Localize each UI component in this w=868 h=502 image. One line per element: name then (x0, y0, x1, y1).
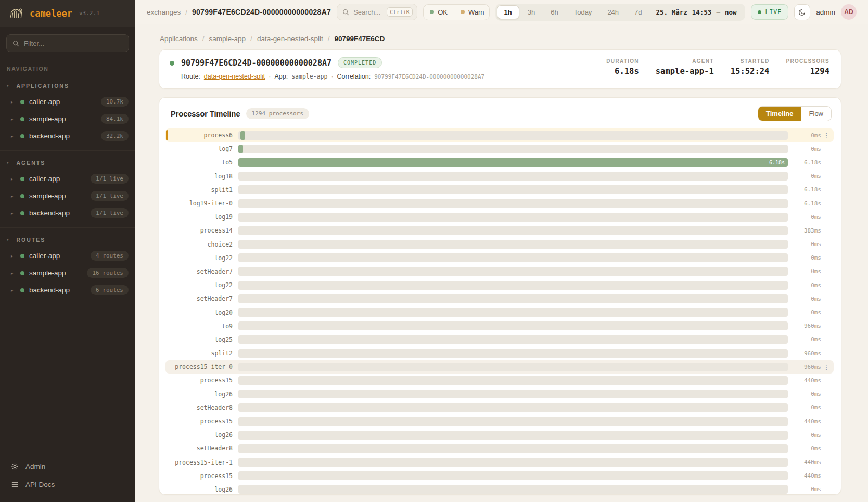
status-filter-group: OK Warn Error (423, 4, 489, 20)
sidebar-item-api-docs[interactable]: API Docs (0, 475, 135, 494)
stat-value: sample-app-1 (656, 67, 714, 76)
processor-label: log25 (171, 336, 238, 343)
timeline-row[interactable]: process6 0ms ⋮ (165, 128, 834, 142)
timeline-track (238, 253, 788, 262)
timeline-row[interactable]: to9 960ms ⋮ (165, 319, 834, 333)
list-icon (11, 481, 19, 488)
sidebar-item-label: backend-app (29, 209, 70, 217)
gear-icon (11, 462, 19, 470)
timeline-row[interactable]: setHeader8 0ms ⋮ (165, 401, 834, 415)
duration-value: 0ms (788, 254, 821, 261)
time-range-button-7d[interactable]: 7d (627, 5, 649, 19)
time-range-button-today[interactable]: Today (567, 5, 599, 19)
app-label: App: (274, 73, 288, 80)
breadcrumb-item-1[interactable]: sample-app (209, 35, 246, 43)
breadcrumb-item-2[interactable]: data-gen-nested-split (257, 35, 323, 43)
stat-processors: PROCESSORS 1294 (786, 58, 829, 76)
time-range-button-3h[interactable]: 3h (520, 5, 542, 19)
timeline-row[interactable]: choice2 0ms ⋮ (165, 238, 834, 251)
timeline-row[interactable]: log19 0ms ⋮ (165, 210, 834, 224)
timeline-row[interactable]: setHeader7 0ms ⋮ (165, 292, 834, 305)
chevron-right-icon: ▸ (11, 288, 16, 293)
sidebar-item-sample-app[interactable]: ▸ sample-app 84.1k (0, 110, 135, 127)
sidebar-item-backend-app[interactable]: ▸ backend-app 32.2k (0, 127, 135, 145)
timeline-row[interactable]: log26 0ms ⋮ (165, 483, 834, 495)
timeline-row[interactable]: setHeader8 0ms ⋮ (165, 442, 834, 455)
theme-toggle-button[interactable] (794, 4, 810, 20)
timeline-track (238, 403, 788, 412)
sidebar-item-caller-app[interactable]: ▸ caller-app 10.7k (0, 93, 135, 110)
sidebar-item-backend-app[interactable]: ▸ backend-app 1/1 live (0, 204, 135, 222)
breadcrumb-section[interactable]: exchanges (147, 8, 181, 16)
chevron-right-icon: ▸ (11, 211, 16, 216)
kebab-menu-icon[interactable]: ⋮ (821, 132, 832, 139)
duration-value: 440ms (788, 377, 821, 384)
date-range[interactable]: 25. März 14:53 — now (649, 8, 744, 16)
status-dot-icon (461, 10, 465, 14)
timeline-row[interactable]: to5 6.18s 6.18s ⋮ (165, 156, 834, 169)
kebab-menu-icon[interactable]: ⋮ (821, 363, 832, 371)
timeline-row[interactable]: log19-iter-0 6.18s ⋮ (165, 197, 834, 210)
sidebar-item-sample-app[interactable]: ▸ sample-app 16 routes (0, 264, 135, 281)
sidebar-item-caller-app[interactable]: ▸ caller-app 4 routes (0, 247, 135, 264)
timeline-row[interactable]: setHeader7 0ms ⋮ (165, 265, 834, 278)
timeline-row[interactable]: process15-iter-0 960ms ⋮ (165, 360, 834, 374)
stat-label: AGENT (656, 58, 714, 64)
timeline-row[interactable]: log26 0ms ⋮ (165, 428, 834, 442)
timeline-row[interactable]: process15 440ms ⋮ (165, 374, 834, 387)
route-link[interactable]: data-gen-nested-split (204, 73, 265, 80)
timeline-row[interactable]: process15-iter-1 440ms ⋮ (165, 456, 834, 469)
sidebar-item-sample-app[interactable]: ▸ sample-app 1/1 live (0, 187, 135, 204)
view-toggle-button-flow[interactable]: Flow (801, 107, 831, 121)
processor-label: process15 (171, 377, 238, 384)
breadcrumb: Applications/sample-app/data-gen-nested-… (160, 35, 840, 43)
timeline-row[interactable]: process15 440ms ⋮ (165, 415, 834, 428)
sidebar-item-badge: 4 routes (91, 251, 129, 261)
time-range-button-24h[interactable]: 24h (600, 5, 626, 19)
duration-value: 440ms (788, 459, 821, 466)
time-range-button-6h[interactable]: 6h (543, 5, 565, 19)
stat-agent: AGENT sample-app-1 (656, 58, 714, 76)
avatar[interactable]: AD (841, 4, 857, 20)
timeline-track (238, 145, 788, 153)
timeline-row[interactable]: split1 6.18s ⋮ (165, 183, 834, 197)
live-toggle[interactable]: LIVE (751, 4, 789, 20)
sidebar-item-badge: 16 routes (87, 268, 129, 278)
timeline-row[interactable]: log22 0ms ⋮ (165, 251, 834, 265)
processor-label: process15 (171, 418, 238, 425)
sidebar-item-admin[interactable]: Admin (0, 457, 135, 475)
breadcrumb-item-3: 90799F47E6CD (334, 35, 385, 43)
sidebar-filter-input[interactable]: Filter... (6, 34, 129, 52)
timeline-row[interactable]: split2 960ms ⋮ (165, 346, 834, 360)
timeline-track (238, 172, 788, 181)
timeline-row[interactable]: log25 0ms ⋮ (165, 333, 834, 346)
timeline-track (238, 458, 788, 467)
sidebar-item-caller-app[interactable]: ▸ caller-app 1/1 live (0, 170, 135, 187)
timeline-row[interactable]: log7 0ms ⋮ (165, 142, 834, 156)
status-filter-chip-warn[interactable]: Warn (454, 5, 490, 20)
sidebar-item-backend-app[interactable]: ▸ backend-app 6 routes (0, 281, 135, 299)
time-range-button-1h[interactable]: 1h (497, 5, 519, 19)
nav-section-header[interactable]: ▾ ROUTES (0, 233, 135, 247)
timeline-row[interactable]: log20 0ms ⋮ (165, 305, 834, 319)
exchange-summary-card: 90799F47E6CD24D-00000000000028A7 COMPLET… (159, 49, 841, 89)
chevron-down-icon: ▾ (7, 84, 10, 88)
duration-value: 0ms (788, 282, 821, 289)
search-input[interactable]: Search... ... Ctrl+K (337, 4, 417, 20)
search-shortcut: Ctrl+K (387, 7, 413, 17)
nav-section-header[interactable]: ▾ APPLICATIONS (0, 79, 135, 93)
timeline-row[interactable]: log26 0ms ⋮ (165, 388, 834, 401)
timeline-row[interactable]: log18 0ms ⋮ (165, 170, 834, 183)
status-dot-icon (20, 288, 24, 292)
timeline-row[interactable]: process14 383ms ⋮ (165, 224, 834, 237)
processor-label: setHeader8 (171, 404, 238, 411)
timeline-bar (240, 131, 245, 140)
nav-section-header[interactable]: ▾ AGENTS (0, 156, 135, 170)
nav-sections: ▾ APPLICATIONS ▸ caller-app 10.7k ▸ samp… (0, 74, 135, 452)
timeline-track (238, 213, 788, 222)
timeline-row[interactable]: process15 440ms ⋮ (165, 469, 834, 483)
timeline-row[interactable]: log22 0ms ⋮ (165, 278, 834, 292)
breadcrumb-item-0[interactable]: Applications (160, 35, 198, 43)
status-filter-chip-ok[interactable]: OK (424, 5, 454, 20)
view-toggle-button-timeline[interactable]: Timeline (758, 107, 801, 121)
